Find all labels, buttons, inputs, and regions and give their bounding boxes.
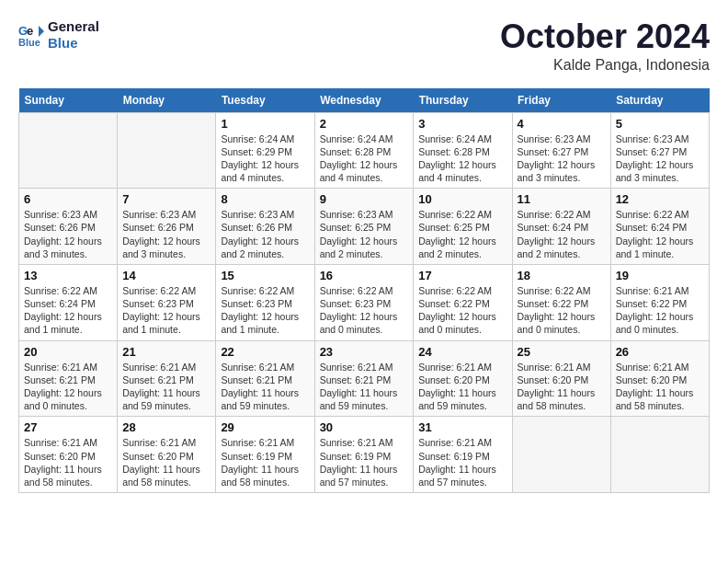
header-saturday: Saturday xyxy=(610,88,709,113)
day-number: 27 xyxy=(24,420,112,434)
calendar-cell: 24Sunrise: 6:21 AM Sunset: 6:20 PM Dayli… xyxy=(414,340,512,417)
day-info: Sunrise: 6:21 AM Sunset: 6:19 PM Dayligh… xyxy=(320,436,409,488)
calendar-cell: 30Sunrise: 6:21 AM Sunset: 6:19 PM Dayli… xyxy=(314,417,414,493)
day-info: Sunrise: 6:24 AM Sunset: 6:28 PM Dayligh… xyxy=(418,132,506,185)
day-number: 2 xyxy=(320,117,409,131)
day-info: Sunrise: 6:21 AM Sunset: 6:21 PM Dayligh… xyxy=(320,361,409,413)
day-number: 9 xyxy=(320,192,409,206)
calendar-cell: 10Sunrise: 6:22 AM Sunset: 6:25 PM Dayli… xyxy=(414,189,512,265)
day-info: Sunrise: 6:23 AM Sunset: 6:26 PM Dayligh… xyxy=(24,208,112,260)
logo: G e Blue General Blue xyxy=(18,18,99,52)
day-number: 3 xyxy=(418,117,506,131)
day-info: Sunrise: 6:21 AM Sunset: 6:20 PM Dayligh… xyxy=(616,361,704,413)
location: Kalde Panga, Indonesia xyxy=(500,57,710,74)
day-info: Sunrise: 6:22 AM Sunset: 6:24 PM Dayligh… xyxy=(518,208,606,260)
day-number: 7 xyxy=(122,192,210,206)
logo-line2: Blue xyxy=(48,35,99,52)
calendar-cell: 14Sunrise: 6:22 AM Sunset: 6:23 PM Dayli… xyxy=(118,264,216,340)
calendar-cell: 15Sunrise: 6:22 AM Sunset: 6:23 PM Dayli… xyxy=(216,264,314,340)
logo-icon: G e Blue xyxy=(18,22,44,48)
day-number: 1 xyxy=(221,117,309,131)
calendar-cell xyxy=(19,112,118,189)
calendar-header-row: SundayMondayTuesdayWednesdayThursdayFrid… xyxy=(19,88,710,113)
header-sunday: Sunday xyxy=(19,88,118,113)
day-number: 6 xyxy=(24,192,112,206)
calendar-cell: 23Sunrise: 6:21 AM Sunset: 6:21 PM Dayli… xyxy=(314,340,414,417)
month-title: October 2024 xyxy=(500,18,710,55)
day-info: Sunrise: 6:21 AM Sunset: 6:20 PM Dayligh… xyxy=(418,361,506,413)
day-number: 31 xyxy=(418,420,506,434)
day-info: Sunrise: 6:21 AM Sunset: 6:21 PM Dayligh… xyxy=(221,361,309,413)
day-number: 26 xyxy=(616,345,704,359)
day-number: 8 xyxy=(221,192,309,206)
day-number: 17 xyxy=(418,269,506,282)
day-number: 15 xyxy=(221,269,309,282)
calendar-cell: 21Sunrise: 6:21 AM Sunset: 6:21 PM Dayli… xyxy=(118,340,216,417)
day-number: 13 xyxy=(24,269,112,282)
day-number: 28 xyxy=(122,420,210,434)
day-info: Sunrise: 6:21 AM Sunset: 6:20 PM Dayligh… xyxy=(24,436,112,488)
header-wednesday: Wednesday xyxy=(314,88,414,113)
svg-marker-2 xyxy=(39,26,44,37)
calendar-week-3: 13Sunrise: 6:22 AM Sunset: 6:24 PM Dayli… xyxy=(19,264,710,340)
calendar-cell: 26Sunrise: 6:21 AM Sunset: 6:20 PM Dayli… xyxy=(610,340,709,417)
day-info: Sunrise: 6:23 AM Sunset: 6:26 PM Dayligh… xyxy=(221,208,309,260)
day-number: 10 xyxy=(418,192,506,206)
svg-text:Blue: Blue xyxy=(18,37,40,48)
calendar-cell: 19Sunrise: 6:21 AM Sunset: 6:22 PM Dayli… xyxy=(610,264,709,340)
page-header: G e Blue General Blue October 2024 Kalde… xyxy=(18,18,710,74)
calendar-cell: 18Sunrise: 6:22 AM Sunset: 6:22 PM Dayli… xyxy=(512,264,610,340)
svg-text:e: e xyxy=(27,24,33,38)
calendar-cell: 8Sunrise: 6:23 AM Sunset: 6:26 PM Daylig… xyxy=(216,189,314,265)
day-info: Sunrise: 6:23 AM Sunset: 6:26 PM Dayligh… xyxy=(122,208,210,260)
header-thursday: Thursday xyxy=(414,88,512,113)
calendar-week-2: 6Sunrise: 6:23 AM Sunset: 6:26 PM Daylig… xyxy=(19,189,710,265)
header-monday: Monday xyxy=(118,88,216,113)
day-info: Sunrise: 6:21 AM Sunset: 6:21 PM Dayligh… xyxy=(122,361,210,413)
calendar-cell: 9Sunrise: 6:23 AM Sunset: 6:25 PM Daylig… xyxy=(314,189,414,265)
day-number: 24 xyxy=(418,345,506,359)
header-friday: Friday xyxy=(512,88,610,113)
day-info: Sunrise: 6:22 AM Sunset: 6:22 PM Dayligh… xyxy=(518,284,606,337)
header-tuesday: Tuesday xyxy=(216,88,314,113)
day-number: 30 xyxy=(320,420,409,434)
calendar-cell: 4Sunrise: 6:23 AM Sunset: 6:27 PM Daylig… xyxy=(512,112,610,189)
day-info: Sunrise: 6:21 AM Sunset: 6:19 PM Dayligh… xyxy=(221,436,309,488)
calendar-cell: 25Sunrise: 6:21 AM Sunset: 6:20 PM Dayli… xyxy=(512,340,610,417)
day-info: Sunrise: 6:22 AM Sunset: 6:23 PM Dayligh… xyxy=(320,284,409,337)
calendar-table: SundayMondayTuesdayWednesdayThursdayFrid… xyxy=(18,88,710,493)
day-info: Sunrise: 6:22 AM Sunset: 6:24 PM Dayligh… xyxy=(24,284,112,337)
day-info: Sunrise: 6:21 AM Sunset: 6:19 PM Dayligh… xyxy=(418,436,506,488)
day-info: Sunrise: 6:23 AM Sunset: 6:27 PM Dayligh… xyxy=(616,132,704,185)
logo-line1: General xyxy=(48,18,99,35)
day-number: 29 xyxy=(221,420,309,434)
calendar-week-5: 27Sunrise: 6:21 AM Sunset: 6:20 PM Dayli… xyxy=(19,417,710,493)
day-number: 12 xyxy=(616,192,704,206)
day-number: 22 xyxy=(221,345,309,359)
day-info: Sunrise: 6:22 AM Sunset: 6:25 PM Dayligh… xyxy=(418,208,506,260)
day-number: 25 xyxy=(518,345,606,359)
calendar-cell: 20Sunrise: 6:21 AM Sunset: 6:21 PM Dayli… xyxy=(19,340,118,417)
day-info: Sunrise: 6:21 AM Sunset: 6:20 PM Dayligh… xyxy=(122,436,210,488)
day-number: 20 xyxy=(24,345,112,359)
calendar-cell: 6Sunrise: 6:23 AM Sunset: 6:26 PM Daylig… xyxy=(19,189,118,265)
calendar-cell: 5Sunrise: 6:23 AM Sunset: 6:27 PM Daylig… xyxy=(610,112,709,189)
day-number: 18 xyxy=(518,269,606,282)
calendar-week-1: 1Sunrise: 6:24 AM Sunset: 6:29 PM Daylig… xyxy=(19,112,710,189)
day-number: 23 xyxy=(320,345,409,359)
day-info: Sunrise: 6:23 AM Sunset: 6:25 PM Dayligh… xyxy=(320,208,409,260)
day-info: Sunrise: 6:21 AM Sunset: 6:22 PM Dayligh… xyxy=(616,284,704,337)
calendar-cell xyxy=(610,417,709,493)
calendar-cell: 17Sunrise: 6:22 AM Sunset: 6:22 PM Dayli… xyxy=(414,264,512,340)
calendar-cell: 7Sunrise: 6:23 AM Sunset: 6:26 PM Daylig… xyxy=(118,189,216,265)
calendar-cell: 28Sunrise: 6:21 AM Sunset: 6:20 PM Dayli… xyxy=(118,417,216,493)
day-info: Sunrise: 6:21 AM Sunset: 6:20 PM Dayligh… xyxy=(518,361,606,413)
calendar-cell: 3Sunrise: 6:24 AM Sunset: 6:28 PM Daylig… xyxy=(414,112,512,189)
day-info: Sunrise: 6:23 AM Sunset: 6:27 PM Dayligh… xyxy=(518,132,606,185)
day-info: Sunrise: 6:24 AM Sunset: 6:28 PM Dayligh… xyxy=(320,132,409,185)
calendar-cell: 2Sunrise: 6:24 AM Sunset: 6:28 PM Daylig… xyxy=(314,112,414,189)
day-number: 4 xyxy=(518,117,606,131)
calendar-cell: 16Sunrise: 6:22 AM Sunset: 6:23 PM Dayli… xyxy=(314,264,414,340)
day-info: Sunrise: 6:22 AM Sunset: 6:23 PM Dayligh… xyxy=(122,284,210,337)
day-number: 11 xyxy=(518,192,606,206)
